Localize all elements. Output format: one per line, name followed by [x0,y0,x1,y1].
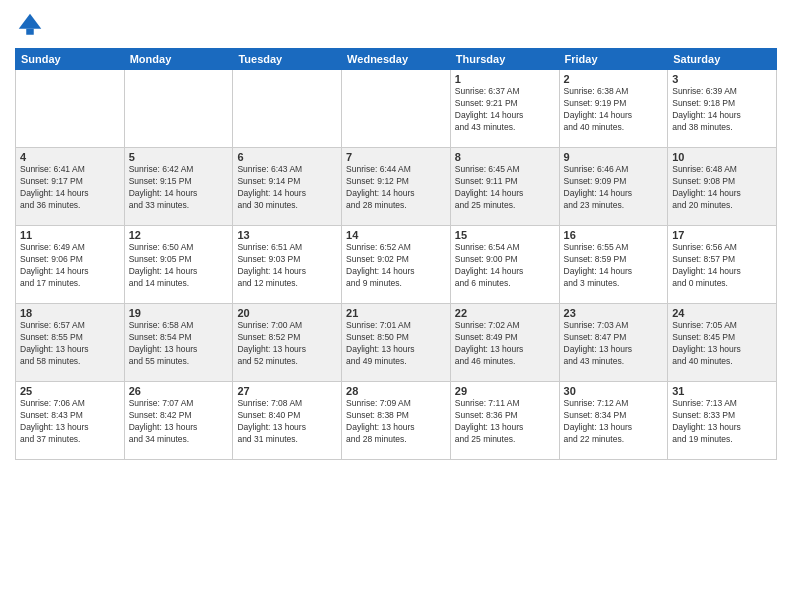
day-info: Sunrise: 7:01 AM Sunset: 8:50 PM Dayligh… [346,320,446,368]
day-number: 3 [672,73,772,85]
day-cell [16,70,125,148]
day-cell: 16Sunrise: 6:55 AM Sunset: 8:59 PM Dayli… [559,226,668,304]
day-cell: 27Sunrise: 7:08 AM Sunset: 8:40 PM Dayli… [233,382,342,460]
day-number: 26 [129,385,229,397]
header [15,10,777,40]
day-info: Sunrise: 6:56 AM Sunset: 8:57 PM Dayligh… [672,242,772,290]
day-info: Sunrise: 6:51 AM Sunset: 9:03 PM Dayligh… [237,242,337,290]
day-info: Sunrise: 7:06 AM Sunset: 8:43 PM Dayligh… [20,398,120,446]
day-number: 30 [564,385,664,397]
day-number: 22 [455,307,555,319]
day-cell: 25Sunrise: 7:06 AM Sunset: 8:43 PM Dayli… [16,382,125,460]
day-number: 16 [564,229,664,241]
week-row-5: 25Sunrise: 7:06 AM Sunset: 8:43 PM Dayli… [16,382,777,460]
day-cell: 18Sunrise: 6:57 AM Sunset: 8:55 PM Dayli… [16,304,125,382]
day-number: 19 [129,307,229,319]
col-header-friday: Friday [559,49,668,70]
day-info: Sunrise: 7:03 AM Sunset: 8:47 PM Dayligh… [564,320,664,368]
day-number: 5 [129,151,229,163]
header-row: SundayMondayTuesdayWednesdayThursdayFrid… [16,49,777,70]
day-number: 1 [455,73,555,85]
col-header-wednesday: Wednesday [342,49,451,70]
day-info: Sunrise: 6:54 AM Sunset: 9:00 PM Dayligh… [455,242,555,290]
day-info: Sunrise: 6:42 AM Sunset: 9:15 PM Dayligh… [129,164,229,212]
svg-marker-0 [19,14,42,29]
day-number: 29 [455,385,555,397]
day-info: Sunrise: 6:50 AM Sunset: 9:05 PM Dayligh… [129,242,229,290]
day-number: 13 [237,229,337,241]
day-number: 18 [20,307,120,319]
day-number: 31 [672,385,772,397]
day-number: 8 [455,151,555,163]
day-info: Sunrise: 7:08 AM Sunset: 8:40 PM Dayligh… [237,398,337,446]
day-info: Sunrise: 6:57 AM Sunset: 8:55 PM Dayligh… [20,320,120,368]
day-number: 15 [455,229,555,241]
day-info: Sunrise: 7:05 AM Sunset: 8:45 PM Dayligh… [672,320,772,368]
logo [15,10,49,40]
day-cell: 1Sunrise: 6:37 AM Sunset: 9:21 PM Daylig… [450,70,559,148]
day-info: Sunrise: 6:48 AM Sunset: 9:08 PM Dayligh… [672,164,772,212]
day-number: 24 [672,307,772,319]
page: SundayMondayTuesdayWednesdayThursdayFrid… [0,0,792,612]
day-cell: 4Sunrise: 6:41 AM Sunset: 9:17 PM Daylig… [16,148,125,226]
day-cell [342,70,451,148]
day-info: Sunrise: 7:09 AM Sunset: 8:38 PM Dayligh… [346,398,446,446]
day-info: Sunrise: 6:45 AM Sunset: 9:11 PM Dayligh… [455,164,555,212]
day-cell: 15Sunrise: 6:54 AM Sunset: 9:00 PM Dayli… [450,226,559,304]
day-info: Sunrise: 7:11 AM Sunset: 8:36 PM Dayligh… [455,398,555,446]
day-info: Sunrise: 7:00 AM Sunset: 8:52 PM Dayligh… [237,320,337,368]
day-number: 7 [346,151,446,163]
week-row-1: 1Sunrise: 6:37 AM Sunset: 9:21 PM Daylig… [16,70,777,148]
day-cell [233,70,342,148]
day-info: Sunrise: 6:52 AM Sunset: 9:02 PM Dayligh… [346,242,446,290]
day-info: Sunrise: 6:38 AM Sunset: 9:19 PM Dayligh… [564,86,664,134]
day-cell: 13Sunrise: 6:51 AM Sunset: 9:03 PM Dayli… [233,226,342,304]
day-info: Sunrise: 6:43 AM Sunset: 9:14 PM Dayligh… [237,164,337,212]
day-number: 28 [346,385,446,397]
day-info: Sunrise: 6:41 AM Sunset: 9:17 PM Dayligh… [20,164,120,212]
day-cell: 17Sunrise: 6:56 AM Sunset: 8:57 PM Dayli… [668,226,777,304]
week-row-4: 18Sunrise: 6:57 AM Sunset: 8:55 PM Dayli… [16,304,777,382]
svg-rect-1 [26,29,34,35]
day-number: 21 [346,307,446,319]
day-info: Sunrise: 7:07 AM Sunset: 8:42 PM Dayligh… [129,398,229,446]
col-header-sunday: Sunday [16,49,125,70]
day-cell: 6Sunrise: 6:43 AM Sunset: 9:14 PM Daylig… [233,148,342,226]
day-cell: 28Sunrise: 7:09 AM Sunset: 8:38 PM Dayli… [342,382,451,460]
day-cell: 22Sunrise: 7:02 AM Sunset: 8:49 PM Dayli… [450,304,559,382]
day-number: 4 [20,151,120,163]
day-number: 25 [20,385,120,397]
day-cell: 5Sunrise: 6:42 AM Sunset: 9:15 PM Daylig… [124,148,233,226]
day-cell: 26Sunrise: 7:07 AM Sunset: 8:42 PM Dayli… [124,382,233,460]
day-cell: 3Sunrise: 6:39 AM Sunset: 9:18 PM Daylig… [668,70,777,148]
day-number: 9 [564,151,664,163]
day-info: Sunrise: 6:49 AM Sunset: 9:06 PM Dayligh… [20,242,120,290]
day-cell: 10Sunrise: 6:48 AM Sunset: 9:08 PM Dayli… [668,148,777,226]
day-info: Sunrise: 6:44 AM Sunset: 9:12 PM Dayligh… [346,164,446,212]
day-number: 6 [237,151,337,163]
day-cell: 8Sunrise: 6:45 AM Sunset: 9:11 PM Daylig… [450,148,559,226]
day-cell: 12Sunrise: 6:50 AM Sunset: 9:05 PM Dayli… [124,226,233,304]
day-cell: 21Sunrise: 7:01 AM Sunset: 8:50 PM Dayli… [342,304,451,382]
day-cell: 2Sunrise: 6:38 AM Sunset: 9:19 PM Daylig… [559,70,668,148]
day-info: Sunrise: 7:12 AM Sunset: 8:34 PM Dayligh… [564,398,664,446]
day-cell: 11Sunrise: 6:49 AM Sunset: 9:06 PM Dayli… [16,226,125,304]
day-cell: 30Sunrise: 7:12 AM Sunset: 8:34 PM Dayli… [559,382,668,460]
col-header-monday: Monday [124,49,233,70]
col-header-thursday: Thursday [450,49,559,70]
logo-icon [15,10,45,40]
day-cell: 29Sunrise: 7:11 AM Sunset: 8:36 PM Dayli… [450,382,559,460]
week-row-2: 4Sunrise: 6:41 AM Sunset: 9:17 PM Daylig… [16,148,777,226]
day-cell: 19Sunrise: 6:58 AM Sunset: 8:54 PM Dayli… [124,304,233,382]
week-row-3: 11Sunrise: 6:49 AM Sunset: 9:06 PM Dayli… [16,226,777,304]
day-number: 20 [237,307,337,319]
day-cell: 31Sunrise: 7:13 AM Sunset: 8:33 PM Dayli… [668,382,777,460]
col-header-tuesday: Tuesday [233,49,342,70]
day-info: Sunrise: 7:13 AM Sunset: 8:33 PM Dayligh… [672,398,772,446]
day-info: Sunrise: 6:37 AM Sunset: 9:21 PM Dayligh… [455,86,555,134]
day-cell: 14Sunrise: 6:52 AM Sunset: 9:02 PM Dayli… [342,226,451,304]
day-info: Sunrise: 6:46 AM Sunset: 9:09 PM Dayligh… [564,164,664,212]
day-cell: 24Sunrise: 7:05 AM Sunset: 8:45 PM Dayli… [668,304,777,382]
day-info: Sunrise: 7:02 AM Sunset: 8:49 PM Dayligh… [455,320,555,368]
day-number: 10 [672,151,772,163]
